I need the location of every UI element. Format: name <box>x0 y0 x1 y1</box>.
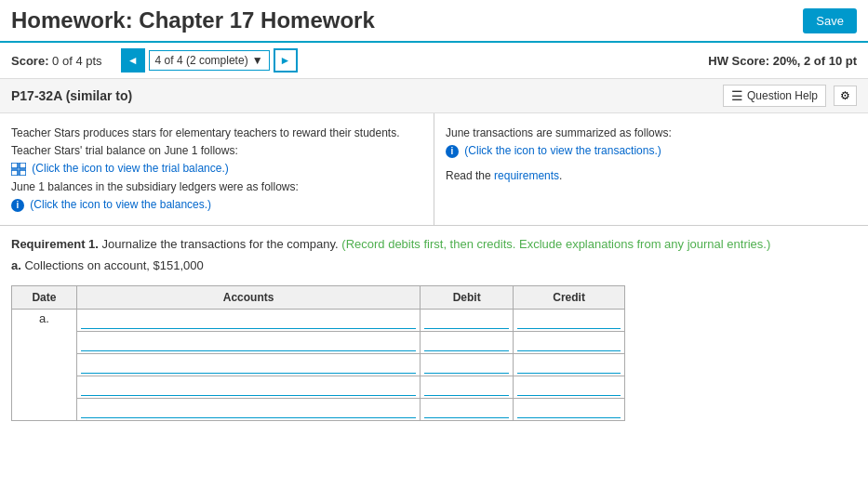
list-icon: ☰ <box>731 88 743 103</box>
row-3-credit-input[interactable] <box>517 356 621 374</box>
subquestion-a: a. Collections on account, $151,000 <box>11 258 857 272</box>
score-label: Score: 0 of 4 pts <box>11 54 102 68</box>
requirements-link[interactable]: requirements <box>494 169 559 182</box>
row-4-debit-cell <box>421 376 514 398</box>
info-right-line2-end: . <box>559 169 562 182</box>
subquestion-a-text: Collections on account, $151,000 <box>24 258 203 272</box>
table-row <box>12 331 625 353</box>
save-button[interactable]: Save <box>803 8 857 33</box>
row-5-credit-cell <box>514 398 625 420</box>
requirement-section: Requirement 1. Journalize the transactio… <box>0 226 868 285</box>
row-1-debit-input[interactable] <box>424 311 509 329</box>
row-2-credit-cell <box>514 331 625 353</box>
row-3-debit-cell <box>421 353 514 376</box>
info-requirements-line: Read the requirements. <box>446 167 857 185</box>
table-row <box>12 376 625 398</box>
info-icon-transactions: i <box>446 145 459 158</box>
row-4-credit-cell <box>514 376 625 398</box>
requirement-green: (Record debits first, then credits. Excl… <box>341 237 770 251</box>
row-1-credit-input[interactable] <box>517 311 621 329</box>
question-help-button[interactable]: ☰ Question Help <box>723 85 826 107</box>
info-right-line1: June transactions are summarized as foll… <box>446 125 857 142</box>
transactions-link[interactable]: (Click the icon to view the transactions… <box>464 144 661 157</box>
row-4-debit-input[interactable] <box>424 378 509 396</box>
row-4-account-input[interactable] <box>81 378 416 396</box>
row-2-debit-cell <box>421 331 514 353</box>
row-1-credit-cell <box>514 309 625 331</box>
row-5-account-input[interactable] <box>81 401 416 418</box>
nav-dropdown-arrow: ▼ <box>252 54 263 67</box>
info-panel-right: June transactions are summarized as foll… <box>434 113 868 225</box>
svg-rect-2 <box>11 170 18 176</box>
hw-score-value: 20%, 2 of 10 pt <box>773 54 857 68</box>
svg-rect-1 <box>20 163 26 168</box>
problem-actions: ☰ Question Help ⚙ <box>723 85 857 107</box>
requirement-text: Requirement 1. Journalize the transactio… <box>11 237 857 251</box>
nav-area: ◄ 4 of 4 (2 complete) ▼ ► <box>121 48 298 73</box>
info-transactions: i (Click the icon to view the transactio… <box>446 142 857 160</box>
row-5-account-cell <box>76 398 420 420</box>
info-trial-balance: (Click the icon to view the trial balanc… <box>11 160 422 178</box>
row-1-account-cell <box>76 309 420 331</box>
row-2-account-cell <box>76 331 420 353</box>
journal-table-wrap: Date Accounts Debit Credit a. <box>0 285 868 432</box>
journal-table: Date Accounts Debit Credit a. <box>11 285 625 421</box>
row-2-debit-input[interactable] <box>424 334 509 351</box>
grid-icon <box>11 163 26 176</box>
svg-rect-3 <box>20 170 26 176</box>
row-3-account-input[interactable] <box>81 356 416 374</box>
info-right-line2: Read the <box>446 169 494 182</box>
info-panels: Teacher Stars produces stars for element… <box>0 113 868 226</box>
col-credit-header: Credit <box>514 285 625 309</box>
info-icon-balances: i <box>11 199 24 212</box>
table-header-row: Date Accounts Debit Credit <box>12 285 625 309</box>
question-help-label: Question Help <box>747 89 818 102</box>
header: Homework: Chapter 17 Homework Save <box>0 0 868 43</box>
info-left-line1: Teacher Stars produces stars for element… <box>11 125 422 142</box>
nav-dropdown[interactable]: 4 of 4 (2 complete) ▼ <box>149 50 270 71</box>
col-date-header: Date <box>12 285 77 309</box>
row-5-debit-input[interactable] <box>424 401 509 418</box>
score-value: 0 of 4 pts <box>52 54 101 68</box>
score-label-text: Score: <box>11 54 48 68</box>
problem-bar: P17-32A (similar to) ☰ Question Help ⚙ <box>0 79 868 113</box>
row-4-account-cell <box>76 376 420 398</box>
nav-info-text: 4 of 4 (2 complete) <box>155 54 248 67</box>
row-3-credit-cell <box>514 353 625 376</box>
table-row <box>12 398 625 420</box>
row-4-credit-input[interactable] <box>517 378 621 396</box>
col-accounts-header: Accounts <box>76 285 420 309</box>
row-2-credit-input[interactable] <box>517 334 621 351</box>
subquestion-a-label: a. <box>11 258 21 272</box>
requirement-body: Journalize the transactions for the comp… <box>102 237 339 251</box>
row-1-debit-cell <box>421 309 514 331</box>
problem-title: P17-32A (similar to) <box>11 88 132 103</box>
table-row: a. <box>12 309 625 331</box>
hw-score-label: HW Score: <box>708 54 769 68</box>
page-title: Homework: Chapter 17 Homework <box>11 7 375 33</box>
info-left-line2: Teacher Stars' trial balance on June 1 f… <box>11 142 422 160</box>
nav-prev-button[interactable]: ◄ <box>121 48 145 73</box>
info-left-line3: June 1 balances in the subsidiary ledger… <box>11 178 422 196</box>
requirement-label: Requirement 1. <box>11 237 99 251</box>
info-balances: i (Click the icon to view the balances.) <box>11 196 422 214</box>
hw-score: HW Score: 20%, 2 of 10 pt <box>708 54 857 68</box>
row-1-account-input[interactable] <box>81 311 416 329</box>
row-5-debit-cell <box>421 398 514 420</box>
row-a-label: a. <box>12 309 77 420</box>
row-2-account-input[interactable] <box>81 334 416 351</box>
balances-link[interactable]: (Click the icon to view the balances.) <box>30 198 211 211</box>
svg-rect-0 <box>11 163 18 168</box>
gear-button[interactable]: ⚙ <box>834 86 857 106</box>
trial-balance-link[interactable]: (Click the icon to view the trial balanc… <box>32 162 228 175</box>
col-debit-header: Debit <box>421 285 514 309</box>
row-5-credit-input[interactable] <box>517 401 621 418</box>
nav-next-button[interactable]: ► <box>274 48 298 73</box>
row-3-debit-input[interactable] <box>424 356 509 374</box>
row-3-account-cell <box>76 353 420 376</box>
info-panel-left: Teacher Stars produces stars for element… <box>0 113 434 225</box>
score-bar: Score: 0 of 4 pts ◄ 4 of 4 (2 complete) … <box>0 43 868 79</box>
table-row <box>12 353 625 376</box>
